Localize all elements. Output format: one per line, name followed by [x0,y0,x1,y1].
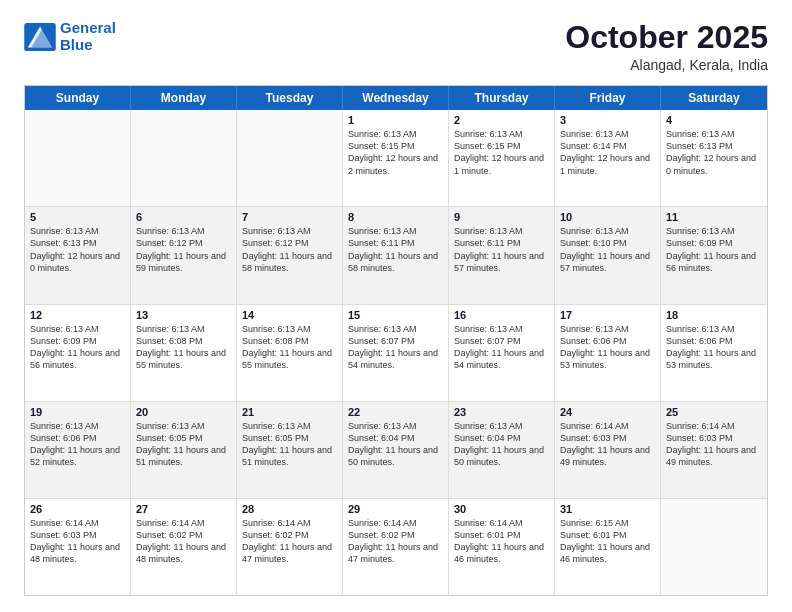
day-cell-25: 25Sunrise: 6:14 AM Sunset: 6:03 PM Dayli… [661,402,767,498]
day-number: 23 [454,406,549,418]
logo-text: General Blue [60,20,116,53]
day-number: 28 [242,503,337,515]
weekday-header-sunday: Sunday [25,86,131,110]
day-info: Sunrise: 6:13 AM Sunset: 6:05 PM Dayligh… [242,420,337,469]
day-info: Sunrise: 6:14 AM Sunset: 6:03 PM Dayligh… [666,420,762,469]
weekday-header-monday: Monday [131,86,237,110]
day-number: 14 [242,309,337,321]
calendar-row-3: 19Sunrise: 6:13 AM Sunset: 6:06 PM Dayli… [25,402,767,499]
day-number: 26 [30,503,125,515]
day-info: Sunrise: 6:15 AM Sunset: 6:01 PM Dayligh… [560,517,655,566]
day-info: Sunrise: 6:13 AM Sunset: 6:07 PM Dayligh… [454,323,549,372]
day-info: Sunrise: 6:13 AM Sunset: 6:04 PM Dayligh… [454,420,549,469]
day-cell-7: 7Sunrise: 6:13 AM Sunset: 6:12 PM Daylig… [237,207,343,303]
calendar: SundayMondayTuesdayWednesdayThursdayFrid… [24,85,768,596]
day-cell-21: 21Sunrise: 6:13 AM Sunset: 6:05 PM Dayli… [237,402,343,498]
day-cell-23: 23Sunrise: 6:13 AM Sunset: 6:04 PM Dayli… [449,402,555,498]
day-cell-12: 12Sunrise: 6:13 AM Sunset: 6:09 PM Dayli… [25,305,131,401]
weekday-header-saturday: Saturday [661,86,767,110]
day-cell-19: 19Sunrise: 6:13 AM Sunset: 6:06 PM Dayli… [25,402,131,498]
day-number: 16 [454,309,549,321]
day-number: 15 [348,309,443,321]
day-cell-30: 30Sunrise: 6:14 AM Sunset: 6:01 PM Dayli… [449,499,555,595]
logo-icon [24,23,56,51]
day-info: Sunrise: 6:13 AM Sunset: 6:15 PM Dayligh… [348,128,443,177]
day-number: 21 [242,406,337,418]
day-number: 18 [666,309,762,321]
day-number: 17 [560,309,655,321]
header: General Blue October 2025 Alangad, Keral… [24,20,768,73]
day-info: Sunrise: 6:13 AM Sunset: 6:05 PM Dayligh… [136,420,231,469]
calendar-page: General Blue October 2025 Alangad, Keral… [0,0,792,612]
day-number: 13 [136,309,231,321]
day-number: 1 [348,114,443,126]
day-info: Sunrise: 6:14 AM Sunset: 6:02 PM Dayligh… [348,517,443,566]
day-info: Sunrise: 6:13 AM Sunset: 6:10 PM Dayligh… [560,225,655,274]
day-cell-18: 18Sunrise: 6:13 AM Sunset: 6:06 PM Dayli… [661,305,767,401]
day-info: Sunrise: 6:14 AM Sunset: 6:01 PM Dayligh… [454,517,549,566]
day-info: Sunrise: 6:13 AM Sunset: 6:08 PM Dayligh… [136,323,231,372]
day-cell-15: 15Sunrise: 6:13 AM Sunset: 6:07 PM Dayli… [343,305,449,401]
day-info: Sunrise: 6:13 AM Sunset: 6:09 PM Dayligh… [666,225,762,274]
day-info: Sunrise: 6:13 AM Sunset: 6:15 PM Dayligh… [454,128,549,177]
day-info: Sunrise: 6:13 AM Sunset: 6:09 PM Dayligh… [30,323,125,372]
day-cell-2: 2Sunrise: 6:13 AM Sunset: 6:15 PM Daylig… [449,110,555,206]
day-cell-9: 9Sunrise: 6:13 AM Sunset: 6:11 PM Daylig… [449,207,555,303]
day-info: Sunrise: 6:13 AM Sunset: 6:11 PM Dayligh… [454,225,549,274]
day-number: 12 [30,309,125,321]
day-cell-10: 10Sunrise: 6:13 AM Sunset: 6:10 PM Dayli… [555,207,661,303]
weekday-header-thursday: Thursday [449,86,555,110]
day-number: 20 [136,406,231,418]
day-number: 27 [136,503,231,515]
day-cell-3: 3Sunrise: 6:13 AM Sunset: 6:14 PM Daylig… [555,110,661,206]
day-cell-1: 1Sunrise: 6:13 AM Sunset: 6:15 PM Daylig… [343,110,449,206]
title-section: October 2025 Alangad, Kerala, India [565,20,768,73]
day-info: Sunrise: 6:13 AM Sunset: 6:12 PM Dayligh… [136,225,231,274]
day-number: 4 [666,114,762,126]
day-cell-13: 13Sunrise: 6:13 AM Sunset: 6:08 PM Dayli… [131,305,237,401]
day-info: Sunrise: 6:14 AM Sunset: 6:03 PM Dayligh… [30,517,125,566]
day-cell-28: 28Sunrise: 6:14 AM Sunset: 6:02 PM Dayli… [237,499,343,595]
day-number: 19 [30,406,125,418]
day-cell-8: 8Sunrise: 6:13 AM Sunset: 6:11 PM Daylig… [343,207,449,303]
day-info: Sunrise: 6:14 AM Sunset: 6:02 PM Dayligh… [242,517,337,566]
day-info: Sunrise: 6:13 AM Sunset: 6:06 PM Dayligh… [30,420,125,469]
day-number: 7 [242,211,337,223]
day-number: 22 [348,406,443,418]
day-number: 31 [560,503,655,515]
weekday-header-wednesday: Wednesday [343,86,449,110]
day-number: 3 [560,114,655,126]
day-info: Sunrise: 6:13 AM Sunset: 6:14 PM Dayligh… [560,128,655,177]
empty-cell [661,499,767,595]
day-info: Sunrise: 6:13 AM Sunset: 6:11 PM Dayligh… [348,225,443,274]
day-number: 24 [560,406,655,418]
calendar-header: SundayMondayTuesdayWednesdayThursdayFrid… [25,86,767,110]
logo: General Blue [24,20,116,53]
day-number: 25 [666,406,762,418]
day-info: Sunrise: 6:14 AM Sunset: 6:02 PM Dayligh… [136,517,231,566]
weekday-header-friday: Friday [555,86,661,110]
day-info: Sunrise: 6:13 AM Sunset: 6:07 PM Dayligh… [348,323,443,372]
day-cell-5: 5Sunrise: 6:13 AM Sunset: 6:13 PM Daylig… [25,207,131,303]
month-title: October 2025 [565,20,768,55]
calendar-body: 1Sunrise: 6:13 AM Sunset: 6:15 PM Daylig… [25,110,767,595]
empty-cell [25,110,131,206]
day-info: Sunrise: 6:14 AM Sunset: 6:03 PM Dayligh… [560,420,655,469]
calendar-row-0: 1Sunrise: 6:13 AM Sunset: 6:15 PM Daylig… [25,110,767,207]
day-number: 10 [560,211,655,223]
empty-cell [131,110,237,206]
day-cell-29: 29Sunrise: 6:14 AM Sunset: 6:02 PM Dayli… [343,499,449,595]
day-cell-14: 14Sunrise: 6:13 AM Sunset: 6:08 PM Dayli… [237,305,343,401]
day-cell-11: 11Sunrise: 6:13 AM Sunset: 6:09 PM Dayli… [661,207,767,303]
day-number: 5 [30,211,125,223]
day-cell-16: 16Sunrise: 6:13 AM Sunset: 6:07 PM Dayli… [449,305,555,401]
calendar-row-1: 5Sunrise: 6:13 AM Sunset: 6:13 PM Daylig… [25,207,767,304]
day-number: 29 [348,503,443,515]
day-info: Sunrise: 6:13 AM Sunset: 6:13 PM Dayligh… [666,128,762,177]
weekday-header-tuesday: Tuesday [237,86,343,110]
day-cell-27: 27Sunrise: 6:14 AM Sunset: 6:02 PM Dayli… [131,499,237,595]
day-info: Sunrise: 6:13 AM Sunset: 6:04 PM Dayligh… [348,420,443,469]
day-info: Sunrise: 6:13 AM Sunset: 6:13 PM Dayligh… [30,225,125,274]
calendar-row-4: 26Sunrise: 6:14 AM Sunset: 6:03 PM Dayli… [25,499,767,595]
day-number: 2 [454,114,549,126]
